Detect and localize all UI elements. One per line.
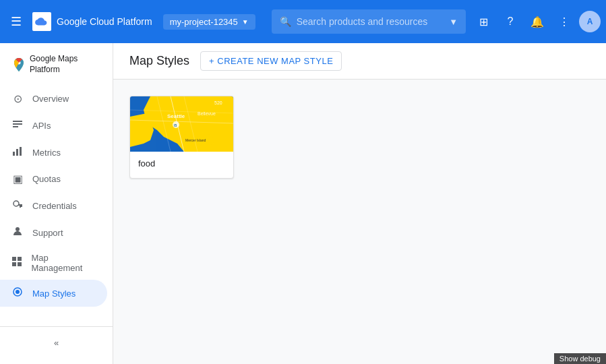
support-icon [11,226,24,239]
help-icon[interactable]: ? [498,9,522,34]
main-header: Map Styles + CREATE NEW MAP STYLE [113,43,606,80]
maps-logo-icon [11,57,23,73]
style-card-food[interactable]: Seattle Bellevue Mercer Island I5 520 fo… [129,96,234,179]
notifications-icon[interactable]: 🔔 [525,9,549,34]
search-dropdown-icon[interactable]: ▼ [449,17,458,27]
sidebar-item-support[interactable]: Support [0,219,107,246]
svg-text:Seattle: Seattle [167,113,185,119]
svg-text:I5: I5 [174,123,177,127]
credentials-icon [11,199,24,212]
sidebar-item-label-map-styles: Map Styles [32,289,75,299]
svg-rect-8 [18,204,22,206]
project-name: my-project-12345 [170,17,238,27]
apis-icon [11,119,24,132]
sidebar-item-quotas[interactable]: ▣ Quotas [0,166,107,192]
svg-rect-4 [13,152,15,156]
project-selector[interactable]: my-project-12345 ▼ [163,14,255,30]
sidebar-item-map-styles[interactable]: Map Styles [0,280,107,307]
content-area: Google Maps Platform ⊙ Overview APIs Met… [0,43,606,364]
sidebar-item-metrics[interactable]: Metrics [0,139,107,166]
svg-rect-15 [18,262,22,266]
svg-rect-5 [16,149,18,156]
collapse-sidebar-button[interactable]: « [0,332,113,353]
sidebar-item-apis[interactable]: APIs [0,112,107,139]
svg-text:520: 520 [214,100,222,105]
sidebar-item-label-overview: Overview [32,94,69,104]
metrics-icon [11,146,24,159]
svg-text:Mercer Island: Mercer Island [185,138,206,142]
quotas-icon: ▣ [11,173,24,185]
svg-rect-9 [21,206,22,207]
sidebar-brand-text: Google Maps Platform [30,54,102,75]
sidebar-item-label-support: Support [32,228,63,238]
svg-rect-1 [13,121,22,122]
debug-bar[interactable]: Show debug [554,353,606,364]
search-icon: 🔍 [280,16,291,27]
topbar: ☰ Google Cloud Platform my-project-12345… [0,0,606,43]
sidebar-item-label-apis: APIs [32,121,51,131]
svg-rect-3 [13,126,18,127]
project-dropdown-icon: ▼ [242,18,249,26]
search-bar[interactable]: 🔍 ▼ [272,9,466,34]
svg-rect-12 [12,257,16,261]
svg-rect-13 [18,257,22,261]
sidebar-item-map-management[interactable]: Map Management [0,246,107,280]
more-options-icon[interactable]: ⋮ [552,9,576,34]
overview-icon: ⊙ [11,92,24,105]
main-content: Map Styles + CREATE NEW MAP STYLE [113,43,606,364]
create-new-map-style-button[interactable]: + CREATE NEW MAP STYLE [200,51,342,71]
sidebar-item-overview[interactable]: ⊙ Overview [0,86,107,112]
svg-rect-14 [12,262,16,266]
avatar[interactable]: A [579,11,601,32]
card-label-food: food [130,152,233,178]
search-input[interactable] [297,16,444,27]
page-title: Map Styles [129,54,189,68]
svg-rect-10 [20,206,21,208]
map-management-icon [11,256,23,270]
sidebar-item-label-metrics: Metrics [32,148,61,158]
sidebar-bottom: « [0,326,113,359]
svg-point-17 [16,290,20,294]
app-logo: Google Cloud Platform [32,12,152,31]
cloud-logo-icon [32,12,51,31]
svg-point-7 [13,201,19,206]
sidebar-brand: Google Maps Platform [0,49,113,86]
console-icon[interactable]: ⊞ [471,9,495,34]
svg-text:Bellevue: Bellevue [198,111,216,116]
app-name: Google Cloud Platform [57,16,152,27]
svg-rect-2 [13,123,22,125]
cards-area: Seattle Bellevue Mercer Island I5 520 fo… [113,80,606,195]
sidebar-item-label-quotas: Quotas [32,174,61,184]
svg-point-11 [16,227,20,231]
sidebar-item-label-credentials: Credentials [32,201,77,211]
sidebar-item-label-map-management: Map Management [31,253,96,273]
svg-rect-6 [20,147,22,156]
topbar-right-icons: ⊞ ? 🔔 ⋮ A [471,9,601,34]
sidebar: Google Maps Platform ⊙ Overview APIs Met… [0,43,113,364]
menu-icon[interactable]: ☰ [5,9,27,34]
sidebar-item-credentials[interactable]: Credentials [0,192,107,219]
map-styles-icon [11,286,24,300]
map-thumbnail-food: Seattle Bellevue Mercer Island I5 520 [130,96,234,152]
